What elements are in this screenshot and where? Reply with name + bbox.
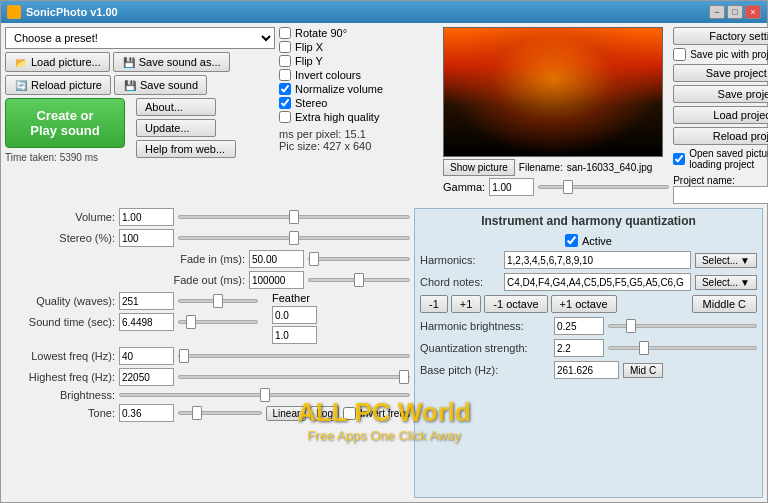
minimize-button[interactable]: − <box>709 5 725 19</box>
harmonics-input[interactable] <box>504 251 691 269</box>
rotate90-checkbox[interactable] <box>279 27 291 39</box>
quantization-strength-slider[interactable] <box>608 346 757 350</box>
feather-label: Feather <box>272 292 317 304</box>
minus1-button[interactable]: -1 <box>420 295 448 313</box>
harmonics-select-button[interactable]: Select... ▼ <box>695 253 757 268</box>
tone-slider[interactable] <box>178 411 262 415</box>
brightness-slider[interactable] <box>119 393 410 397</box>
bottom-row: Volume: Stereo (%): Fade in (ms): Fade o… <box>5 208 763 498</box>
fade-in-row: Fade in (ms): <box>5 250 410 268</box>
flip-x-label: Flip X <box>295 41 323 53</box>
chord-notes-input[interactable] <box>504 273 691 291</box>
reload-save-row: 🔄 Reload picture 💾 Save sound <box>5 75 275 95</box>
reload-project-button[interactable]: Reload project <box>673 127 768 145</box>
lowest-freq-spinbox[interactable] <box>119 347 174 365</box>
linear-button[interactable]: Linear <box>266 406 306 421</box>
factory-settings-button[interactable]: Factory settings <box>673 27 768 45</box>
fade-in-spinbox[interactable] <box>249 250 304 268</box>
invert-freqs-checkbox[interactable] <box>343 407 356 420</box>
normalize-row: Normalize volume <box>279 83 439 95</box>
save-project-button[interactable]: Save project <box>673 85 768 103</box>
save-sound-button[interactable]: 💾 Save sound <box>114 75 207 95</box>
fade-out-spinbox[interactable] <box>249 271 304 289</box>
highest-freq-spinbox[interactable] <box>119 368 174 386</box>
util-buttons: About... Update... Help from web... <box>136 98 236 158</box>
tone-spinbox[interactable] <box>119 404 174 422</box>
quantization-strength-row: Quantization strength: <box>420 339 757 357</box>
reload-picture-button[interactable]: 🔄 Reload picture <box>5 75 111 95</box>
normalize-checkbox[interactable] <box>279 83 291 95</box>
gamma-spinbox[interactable] <box>489 178 534 196</box>
fade-out-slider[interactable] <box>308 278 410 282</box>
create-play-button[interactable]: Create or Play sound <box>5 98 125 148</box>
flip-x-checkbox[interactable] <box>279 41 291 53</box>
checkboxes-section: Rotate 90° Flip X Flip Y Invert colours <box>279 27 439 123</box>
base-pitch-label: Base pitch (Hz): <box>420 364 550 376</box>
invert-colours-label: Invert colours <box>295 69 361 81</box>
middle-c-button[interactable]: Middle C <box>692 295 757 313</box>
quality-spinbox[interactable] <box>119 292 174 310</box>
rotate90-label: Rotate 90° <box>295 27 347 39</box>
chord-notes-select-button[interactable]: Select... ▼ <box>695 275 757 290</box>
volume-spinbox[interactable] <box>119 208 174 226</box>
gamma-row: Gamma: <box>443 178 669 196</box>
active-label: Active <box>582 235 612 247</box>
quantization-strength-spinbox[interactable] <box>554 339 604 357</box>
base-pitch-row: Base pitch (Hz): Mid C <box>420 361 757 379</box>
harmonic-brightness-slider[interactable] <box>608 324 757 328</box>
about-button[interactable]: About... <box>136 98 216 116</box>
invert-colours-row: Invert colours <box>279 69 439 81</box>
stereo-checkbox[interactable] <box>279 97 291 109</box>
feather-val2-spinbox[interactable] <box>272 326 317 344</box>
lowest-freq-row: Lowest freq (Hz): <box>5 347 410 365</box>
harmony-column: Instrument and harmony quantization Acti… <box>414 208 763 498</box>
maximize-button[interactable]: □ <box>727 5 743 19</box>
save-pic-checkbox[interactable] <box>673 48 686 61</box>
stereo-row: Stereo (%): <box>5 229 410 247</box>
fade-out-row: Fade out (ms): <box>5 271 410 289</box>
load-picture-button[interactable]: 📂 Load picture... <box>5 52 110 72</box>
fade-in-slider[interactable] <box>308 257 410 261</box>
sound-time-slider[interactable] <box>178 320 258 324</box>
volume-row: Volume: <box>5 208 410 226</box>
invert-colours-checkbox[interactable] <box>279 69 291 81</box>
preset-dropdown[interactable]: Choose a preset! <box>5 27 275 49</box>
save-project-as-button[interactable]: Save project as... <box>673 64 768 82</box>
minus1oct-button[interactable]: -1 octave <box>484 295 547 313</box>
active-checkbox[interactable] <box>565 234 578 247</box>
highest-freq-slider[interactable] <box>178 375 410 379</box>
open-saved-checkbox[interactable] <box>673 153 685 165</box>
extra-quality-checkbox[interactable] <box>279 111 291 123</box>
base-pitch-spinbox[interactable] <box>554 361 619 379</box>
chord-notes-row: Chord notes: Select... ▼ <box>420 273 757 291</box>
quality-slider[interactable] <box>178 299 258 303</box>
title-bar: SonicPhoto v1.00 − □ × <box>1 1 767 23</box>
harmonic-brightness-spinbox[interactable] <box>554 317 604 335</box>
save-sound-as-button[interactable]: 💾 Save sound as... <box>113 52 230 72</box>
sound-time-spinbox[interactable] <box>119 313 174 331</box>
help-button[interactable]: Help from web... <box>136 140 236 158</box>
window-controls: − □ × <box>709 5 761 19</box>
stereo-check-label: Stereo <box>295 97 327 109</box>
plus1oct-button[interactable]: +1 octave <box>551 295 617 313</box>
project-name-input[interactable] <box>673 186 768 204</box>
close-button[interactable]: × <box>745 5 761 19</box>
image-column: Show picture Filename: san-16033_640.jpg… <box>443 27 669 196</box>
stereo-slider[interactable] <box>178 236 410 240</box>
open-saved-label: Open saved picture when loading project <box>689 148 768 170</box>
load-project-button[interactable]: Load project... <box>673 106 768 124</box>
save-sound-as-icon: 💾 <box>122 55 136 69</box>
feather-val1-spinbox[interactable] <box>272 306 317 324</box>
log-button[interactable]: Log <box>310 406 339 421</box>
gamma-slider[interactable] <box>538 185 669 189</box>
flip-y-checkbox[interactable] <box>279 55 291 67</box>
filename-label: Filename: <box>519 162 563 173</box>
show-picture-button[interactable]: Show picture <box>443 159 515 176</box>
update-button[interactable]: Update... <box>136 119 216 137</box>
lowest-freq-slider[interactable] <box>178 354 410 358</box>
plus1-button[interactable]: +1 <box>451 295 482 313</box>
volume-slider[interactable] <box>178 215 410 219</box>
mid-c-button[interactable]: Mid C <box>623 363 663 378</box>
stereo-spinbox[interactable] <box>119 229 174 247</box>
harmonic-brightness-label: Harmonic brightness: <box>420 320 550 332</box>
